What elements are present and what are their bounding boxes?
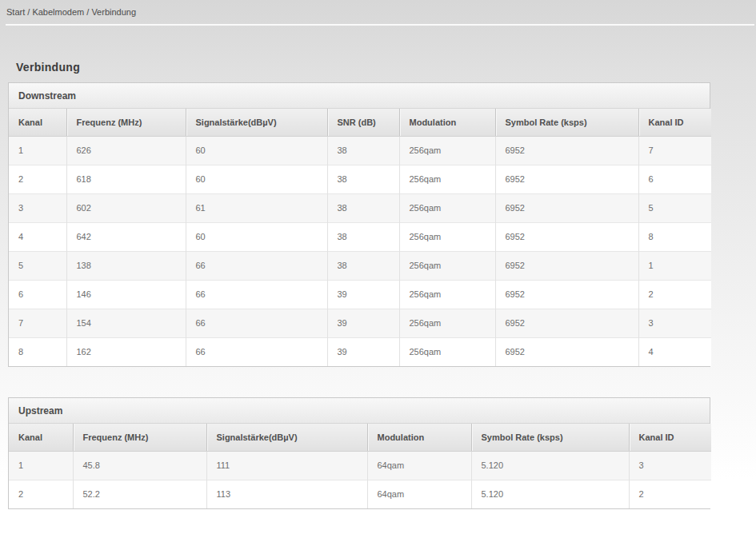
table-cell: 6952: [495, 251, 638, 280]
table-cell: 60: [186, 165, 327, 193]
table-cell: 60: [186, 136, 327, 165]
column-header: Kanal: [9, 109, 66, 136]
downstream-table-title: Downstream: [9, 83, 710, 109]
table-row: 26186038256qam69526: [9, 165, 711, 193]
content: Verbindung Downstream KanalFrequenz (MHz…: [0, 61, 756, 509]
column-header: Frequenz (MHz): [66, 109, 186, 136]
table-cell: 38: [327, 222, 399, 251]
column-header: Modulation: [367, 424, 471, 451]
table-cell: 3: [638, 309, 711, 337]
table-cell: 8: [9, 337, 66, 366]
table-cell: 38: [327, 193, 399, 222]
table-cell: 2: [629, 480, 711, 508]
table-cell: 39: [327, 337, 399, 366]
page: Start / Kabelmodem / Verbindung Verbindu…: [0, 0, 756, 509]
table-cell: 6952: [495, 309, 638, 337]
table-cell: 113: [206, 480, 367, 508]
table-cell: 256qam: [399, 222, 495, 251]
table-cell: 4: [9, 222, 66, 251]
table-cell: 6: [9, 280, 66, 309]
table-cell: 66: [186, 337, 327, 366]
table-cell: 6: [638, 165, 711, 193]
column-header: Symbol Rate (ksps): [495, 109, 638, 136]
column-header: Signalstärke(dBµV): [206, 424, 367, 451]
table-cell: 7: [9, 309, 66, 337]
table-row: 36026138256qam69525: [9, 193, 711, 222]
table-cell: 5: [638, 193, 711, 222]
table-cell: 626: [66, 136, 186, 165]
table-cell: 3: [9, 193, 66, 222]
column-header: Frequenz (MHz): [73, 424, 206, 451]
table-cell: 5.120: [471, 451, 629, 480]
table-cell: 1: [638, 251, 711, 280]
table-cell: 256qam: [399, 165, 495, 193]
page-title: Verbindung: [16, 61, 756, 74]
column-header: Kanal ID: [629, 424, 711, 451]
table-cell: 64qam: [367, 480, 471, 508]
table-cell: 642: [66, 222, 186, 251]
table-cell: 256qam: [399, 251, 495, 280]
table-cell: 39: [327, 309, 399, 337]
column-header: Kanal: [9, 424, 73, 451]
table-cell: 6952: [495, 280, 638, 309]
table-cell: 162: [66, 337, 186, 366]
table-cell: 111: [206, 451, 367, 480]
table-header-row: KanalFrequenz (MHz)Signalstärke(dBµV)Mod…: [9, 424, 711, 451]
table-cell: 146: [66, 280, 186, 309]
table-cell: 66: [186, 309, 327, 337]
table-cell: 39: [327, 280, 399, 309]
breadcrumb[interactable]: Start / Kabelmodem / Verbindung: [6, 7, 136, 17]
table-cell: 256qam: [399, 309, 495, 337]
table-cell: 64qam: [367, 451, 471, 480]
table-cell: 2: [638, 280, 711, 309]
column-header: Signalstärke(dBµV): [186, 109, 327, 136]
table-cell: 2: [9, 165, 66, 193]
table-row: 16266038256qam69527: [9, 136, 711, 165]
table-cell: 4: [638, 337, 711, 366]
upstream-table: KanalFrequenz (MHz)Signalstärke(dBµV)Mod…: [9, 424, 711, 508]
downstream-table: KanalFrequenz (MHz)Signalstärke(dBµV)SNR…: [9, 109, 711, 366]
table-cell: 6952: [495, 222, 638, 251]
table-row: 61466639256qam69522: [9, 280, 711, 309]
table-cell: 256qam: [399, 193, 495, 222]
column-header: Modulation: [399, 109, 495, 136]
table-cell: 1: [9, 451, 73, 480]
table-cell: 45.8: [73, 451, 206, 480]
table-cell: 52.2: [73, 480, 206, 508]
upstream-table-title: Upstream: [9, 398, 710, 424]
table-cell: 8: [638, 222, 711, 251]
table-cell: 66: [186, 251, 327, 280]
downstream-table-section: Downstream KanalFrequenz (MHz)Signalstär…: [8, 82, 710, 367]
breadcrumb-bar: Start / Kabelmodem / Verbindung: [0, 0, 756, 24]
table-cell: 138: [66, 251, 186, 280]
table-cell: 6952: [495, 165, 638, 193]
table-cell: 38: [327, 251, 399, 280]
table-cell: 602: [66, 193, 186, 222]
table-cell: 6952: [495, 136, 638, 165]
upstream-table-section: Upstream KanalFrequenz (MHz)Signalstärke…: [8, 397, 710, 509]
table-cell: 256qam: [399, 280, 495, 309]
table-row: 46426038256qam69528: [9, 222, 711, 251]
table-cell: 60: [186, 222, 327, 251]
table-cell: 6952: [495, 193, 638, 222]
table-cell: 38: [327, 136, 399, 165]
table-cell: 256qam: [399, 136, 495, 165]
table-cell: 2: [9, 480, 73, 508]
table-cell: 256qam: [399, 337, 495, 366]
table-cell: 5.120: [471, 480, 629, 508]
table-cell: 618: [66, 165, 186, 193]
table-row: 51386638256qam69521: [9, 251, 711, 280]
table-cell: 38: [327, 165, 399, 193]
table-cell: 61: [186, 193, 327, 222]
table-cell: 5: [9, 251, 66, 280]
column-header: SNR (dB): [327, 109, 399, 136]
table-cell: 7: [638, 136, 711, 165]
table-header-row: KanalFrequenz (MHz)Signalstärke(dBµV)SNR…: [9, 109, 711, 136]
breadcrumb-divider: [6, 24, 754, 26]
table-row: 145.811164qam5.1203: [9, 451, 711, 480]
table-cell: 66: [186, 280, 327, 309]
table-row: 252.211364qam5.1202: [9, 480, 711, 508]
table-cell: 6952: [495, 337, 638, 366]
table-cell: 3: [629, 451, 711, 480]
column-header: Symbol Rate (ksps): [471, 424, 629, 451]
